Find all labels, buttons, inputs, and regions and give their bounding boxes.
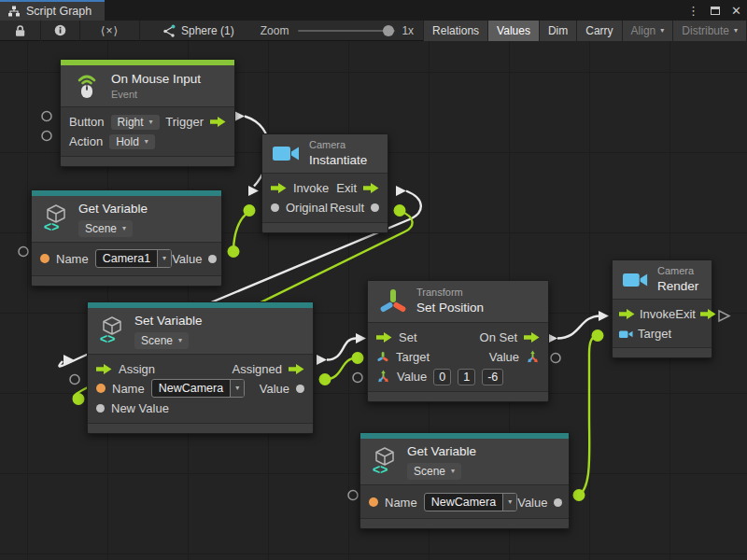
flow-input-port[interactable]	[271, 183, 287, 193]
graph-breadcrumb-icon	[161, 24, 176, 37]
node-transform-set-position[interactable]: Transform Set Position Set On Set	[367, 280, 549, 402]
variable-name-dropdown[interactable]: NewCamera ▾	[424, 493, 517, 511]
toolbar-relations[interactable]: Relations	[423, 21, 487, 41]
port-label-button: Button	[69, 115, 105, 129]
chevron-down-icon: ▾	[122, 225, 126, 232]
toolbar-values[interactable]: Values	[487, 21, 539, 41]
button-dropdown[interactable]: Right ▾	[111, 115, 160, 130]
port-label-exit: Exit	[675, 307, 696, 321]
node-on-mouse-input[interactable]: On Mouse Input Event Button Right ▾ Trig…	[60, 59, 235, 167]
node-header: <> Set Variable Scene ▾	[88, 308, 313, 355]
node-header: Camera Instantiate	[262, 134, 388, 174]
camera-input-port[interactable]	[619, 329, 633, 339]
toolbar-align[interactable]: Align▾	[622, 21, 673, 41]
node-title: Get Variable	[407, 443, 476, 460]
vector-x-field[interactable]: 0	[433, 369, 451, 385]
node-set-variable[interactable]: <> Set Variable Scene ▾ Assign Assigned	[87, 301, 314, 434]
code-preview-button[interactable]: ⟨×⟩	[80, 21, 140, 41]
node-footer	[368, 391, 548, 401]
zoom-label: Zoom	[261, 24, 289, 37]
zoom-slider-handle[interactable]	[383, 25, 394, 36]
maximize-icon[interactable]	[711, 7, 720, 15]
vector-y-field[interactable]: 1	[458, 369, 475, 385]
node-get-variable-camera1[interactable]: <> Get Variable Scene ▾ Name Camera1 ▾	[31, 189, 222, 287]
port-label-original: Original	[286, 201, 328, 215]
port-label-trigger: Trigger	[165, 115, 204, 129]
new-value-input-port[interactable]	[96, 404, 105, 413]
tab-script-graph[interactable]: Script Graph	[0, 0, 105, 21]
variable-icon: <>	[371, 446, 399, 476]
node-camera-render[interactable]: Camera Render Invoke Exit	[612, 259, 712, 358]
lock-button[interactable]	[0, 21, 41, 41]
value-input-port[interactable]	[271, 203, 279, 212]
variable-name-dropdown[interactable]: NewCamera ▾	[151, 379, 245, 398]
variable-kind-dropdown[interactable]: Scene ▾	[407, 463, 461, 480]
node-camera-instantiate[interactable]: Camera Instantiate Invoke Exit Original	[261, 133, 388, 233]
port-label-action: Action	[69, 134, 103, 148]
variable-icon: <>	[98, 315, 126, 345]
zoom-slider[interactable]	[298, 30, 395, 32]
port-label-value-out: Value	[489, 350, 519, 364]
port-label-invoke: Invoke	[640, 307, 675, 321]
variable-kind-dropdown[interactable]: Scene ▾	[78, 220, 133, 237]
node-get-variable-newcamera[interactable]: <> Get Variable Scene ▾ Name NewCamera ▾	[359, 432, 570, 529]
transform-input-port[interactable]	[376, 351, 389, 364]
chevron-down-icon: ▾	[178, 337, 182, 344]
node-header: Camera Render	[613, 260, 712, 300]
node-title: Instantiate	[309, 152, 367, 169]
flow-output-port[interactable]	[289, 364, 304, 374]
value-output-port[interactable]	[371, 203, 379, 212]
node-title: Set Position	[416, 300, 484, 316]
node-subtitle: Event	[111, 88, 201, 101]
flow-input-port[interactable]	[619, 309, 635, 319]
action-dropdown[interactable]: Hold ▾	[109, 134, 155, 149]
node-footer	[262, 222, 388, 232]
value-output-port[interactable]	[296, 385, 304, 393]
vector-z-field[interactable]: -6	[482, 369, 503, 385]
variable-name-dropdown[interactable]: Camera1 ▾	[95, 249, 172, 268]
chevron-down-icon: ▾	[508, 498, 512, 506]
name-input-port[interactable]	[369, 497, 378, 507]
node-footer	[88, 423, 313, 433]
close-icon[interactable]: ✕	[731, 4, 741, 18]
chevron-down-icon: ▾	[451, 468, 455, 475]
svg-text:<>: <>	[373, 462, 388, 476]
port-label-value-in: Value	[397, 370, 427, 384]
svg-text:<>: <>	[44, 219, 59, 233]
value-output-port[interactable]	[208, 255, 217, 263]
vector3-output-port[interactable]	[526, 350, 540, 364]
vector3-input-port[interactable]	[376, 370, 390, 384]
svg-text:<>: <>	[100, 331, 115, 345]
port-label-value: Value	[172, 252, 202, 266]
graph-breadcrumb[interactable]: Sphere (1)	[161, 24, 234, 37]
flow-output-port[interactable]	[524, 332, 540, 343]
flow-output-port[interactable]	[363, 183, 379, 193]
camera-icon	[623, 271, 649, 289]
flow-output-port[interactable]	[210, 117, 226, 127]
name-input-port[interactable]	[96, 384, 106, 393]
port-label-name: Name	[385, 496, 417, 510]
node-category: Camera	[657, 265, 698, 278]
node-header: <> Get Variable Scene ▾	[32, 196, 221, 243]
name-input-port[interactable]	[40, 254, 49, 263]
port-label-exit: Exit	[336, 181, 357, 195]
toolbar-carry[interactable]: Carry	[576, 21, 621, 41]
toolbar-distribute[interactable]: Distribute▾	[672, 21, 746, 41]
flow-output-port[interactable]	[700, 309, 716, 319]
inspect-button[interactable]	[41, 21, 80, 41]
more-icon[interactable]: ⋮	[687, 4, 699, 18]
toolbar-dim[interactable]: Dim	[539, 21, 576, 41]
flow-input-port[interactable]	[96, 364, 112, 374]
node-category: Camera	[309, 139, 367, 152]
node-footer	[61, 156, 234, 166]
port-label-invoke: Invoke	[293, 181, 329, 195]
graph-canvas[interactable]: On Mouse Input Event Button Right ▾ Trig…	[0, 41, 747, 560]
variable-kind-dropdown[interactable]: Scene ▾	[134, 332, 189, 349]
flow-input-port[interactable]	[376, 332, 392, 343]
graph-icon	[7, 5, 21, 18]
port-label-new-value: New Value	[111, 401, 169, 415]
chevron-down-icon: ▾	[162, 255, 166, 262]
variable-icon: <>	[42, 203, 70, 233]
graph-toolbar: ⟨×⟩ Sphere (1) Zoom 1x Relations Values …	[0, 21, 747, 41]
value-output-port[interactable]	[554, 498, 562, 507]
